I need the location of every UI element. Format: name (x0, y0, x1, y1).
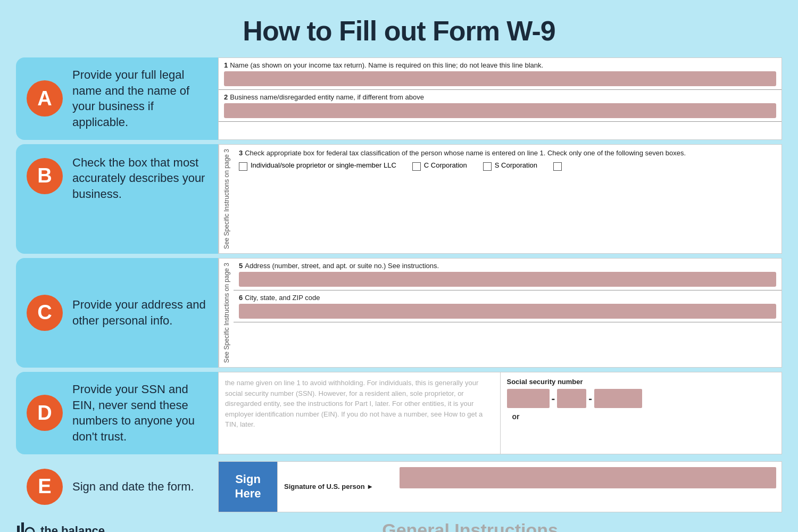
field-6-label: 6City, state, and ZIP code (239, 294, 776, 302)
section-b-label: B Check the box that most accurately des… (16, 144, 218, 254)
checkbox-individual-box[interactable] (239, 162, 247, 171)
ssn-dash-1: - (552, 393, 555, 405)
field-2-input[interactable] (224, 103, 776, 118)
field-1-row: 1Name (as shown on your income tax retur… (219, 58, 782, 90)
checkbox-partnership[interactable] (553, 161, 562, 171)
signature-label: Signature of U.S. person ► (277, 462, 394, 512)
badge-b: B (27, 158, 63, 194)
field-1-num: 1 (224, 61, 228, 69)
checkbox-partnership-box[interactable] (553, 162, 562, 171)
brand-logo: the balance (16, 521, 105, 532)
checkbox-c-corp-box[interactable] (412, 162, 421, 171)
field-5-num: 5 (239, 262, 243, 270)
ssn-segment-3[interactable] (594, 389, 642, 408)
field-3-num: 3 (239, 149, 243, 157)
field-1-input[interactable] (224, 71, 776, 86)
svg-rect-1 (21, 522, 24, 532)
section-e-description: Sign and date the form. (72, 479, 194, 495)
badge-d: D (27, 395, 63, 431)
svg-rect-0 (17, 526, 20, 532)
badge-a: A (27, 80, 63, 117)
section-b-row: B Check the box that most accurately des… (16, 144, 782, 254)
checkbox-c-corp[interactable]: C Corporation (412, 161, 467, 171)
badge-c: C (27, 295, 63, 331)
ssn-segment-1[interactable] (507, 389, 550, 408)
section-a-row: A Provide your full legal name and the n… (16, 57, 782, 140)
field-2-row: 2Business name/disregarded entity name, … (219, 90, 782, 122)
field-5-row: 5Address (number, street, and apt. or su… (234, 259, 782, 290)
section-b-form: See Specific Instructions on page 3 3Che… (218, 144, 782, 254)
bottom-row: the balance General Instructions (0, 512, 798, 532)
vertical-text-b: See Specific Instructions on page 3 (219, 145, 234, 253)
section-b-description: Check the box that most accurately descr… (72, 155, 207, 202)
ssn-dash-2: - (588, 393, 592, 405)
page-title: How to Fill out Form W-9 (0, 0, 798, 57)
field-2-label: 2Business name/disregarded entity name, … (224, 93, 776, 101)
section-c-row: C Provide your address and other persona… (16, 258, 782, 368)
checkbox-s-corp[interactable]: S Corporation (483, 161, 537, 171)
ssn-placeholder-text: the name given on line 1 to avoid withho… (219, 372, 501, 454)
ssn-fields: - - (507, 389, 776, 408)
section-d-description: Provide your SSN and EIN, never send the… (72, 381, 207, 445)
section-d-form: the name given on line 1 to avoid withho… (218, 372, 782, 454)
general-instructions: General Instructions (105, 520, 782, 532)
field-5-label: 5Address (number, street, and apt. or su… (239, 262, 776, 270)
field-1-label: 1Name (as shown on your income tax retur… (224, 61, 776, 69)
field-6-row: 6City, state, and ZIP code (234, 290, 782, 322)
checkboxes-row: Individual/sole proprietor or single-mem… (239, 161, 776, 171)
signature-input[interactable] (400, 467, 776, 488)
field-3-label: 3Check appropriate box for federal tax c… (239, 149, 776, 157)
section-a-label: A Provide your full legal name and the n… (16, 57, 218, 140)
ssn-or: or (507, 412, 776, 421)
ssn-label: Social security number (507, 378, 776, 386)
section-a-description: Provide your full legal name and the nam… (72, 67, 207, 130)
section-c-description: Provide your address and other personal … (72, 297, 207, 328)
section-e-left: E Sign and date the form. (16, 461, 218, 512)
ssn-segment-2[interactable] (557, 389, 586, 408)
field-6-num: 6 (239, 294, 243, 302)
brand-name: the balance (40, 524, 105, 532)
field-2-num: 2 (224, 93, 228, 101)
checkbox-s-corp-label: S Corporation (495, 161, 537, 169)
section-e-row: E Sign and date the form. SignHere Signa… (0, 461, 798, 512)
checkbox-individual[interactable]: Individual/sole proprietor or single-mem… (239, 161, 396, 171)
section-d-row: D Provide your SSN and EIN, never send t… (16, 372, 782, 454)
badge-e: E (27, 469, 63, 505)
section-c-label: C Provide your address and other persona… (16, 258, 218, 368)
section-e-form: SignHere Signature of U.S. person ► (218, 461, 782, 512)
section-c-form: See Specific Instructions on page 3 5Add… (218, 258, 782, 368)
svg-point-3 (26, 528, 34, 532)
ssn-box-area: Social security number - - or (501, 372, 782, 454)
checkbox-c-corp-label: C Corporation (424, 161, 467, 169)
brand-icon (16, 521, 35, 532)
checkbox-individual-label: Individual/sole proprietor or single-mem… (251, 161, 396, 169)
main-container: A Provide your full legal name and the n… (0, 57, 798, 459)
field-6-input[interactable] (239, 304, 776, 319)
checkbox-s-corp-box[interactable] (483, 162, 492, 171)
section-d-label: D Provide your SSN and EIN, never send t… (16, 372, 218, 454)
field-5-input[interactable] (239, 272, 776, 287)
vertical-text-c: See Specific Instructions on page 3 (219, 259, 234, 367)
section-a-form: 1Name (as shown on your income tax retur… (218, 57, 782, 140)
section-b-content: 3Check appropriate box for federal tax c… (234, 145, 782, 253)
sign-here-box[interactable]: SignHere (219, 462, 277, 512)
